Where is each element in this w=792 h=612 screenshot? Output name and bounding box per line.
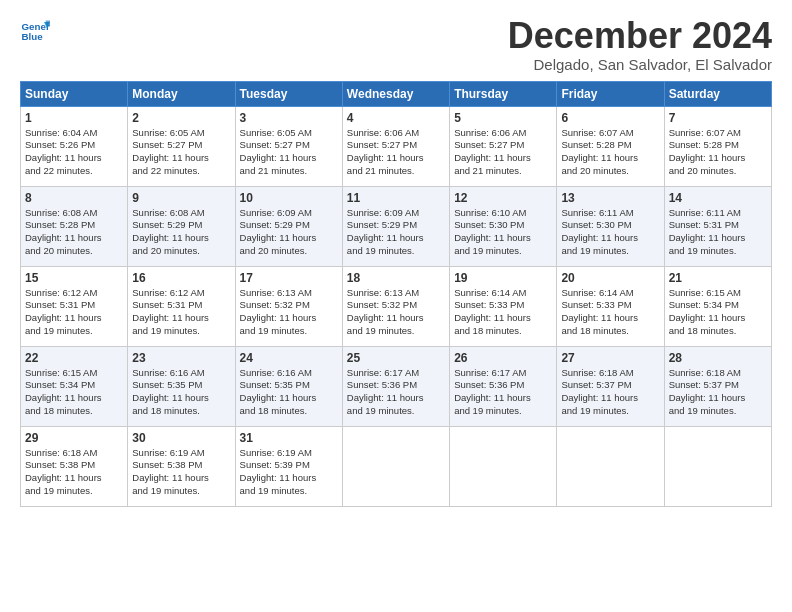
calendar-cell (342, 426, 449, 506)
day-info: Sunrise: 6:19 AM Sunset: 5:38 PM Dayligh… (132, 447, 230, 498)
day-info: Sunrise: 6:13 AM Sunset: 5:32 PM Dayligh… (240, 287, 338, 338)
calendar-cell: 14Sunrise: 6:11 AM Sunset: 5:31 PM Dayli… (664, 186, 771, 266)
col-friday: Friday (557, 81, 664, 106)
day-info: Sunrise: 6:05 AM Sunset: 5:27 PM Dayligh… (132, 127, 230, 178)
calendar-cell: 13Sunrise: 6:11 AM Sunset: 5:30 PM Dayli… (557, 186, 664, 266)
day-info: Sunrise: 6:12 AM Sunset: 5:31 PM Dayligh… (132, 287, 230, 338)
day-number: 22 (25, 351, 123, 365)
day-number: 8 (25, 191, 123, 205)
month-title: December 2024 (508, 16, 772, 56)
calendar-cell: 24Sunrise: 6:16 AM Sunset: 5:35 PM Dayli… (235, 346, 342, 426)
day-number: 4 (347, 111, 445, 125)
calendar-week-row: 22Sunrise: 6:15 AM Sunset: 5:34 PM Dayli… (21, 346, 772, 426)
day-info: Sunrise: 6:10 AM Sunset: 5:30 PM Dayligh… (454, 207, 552, 258)
calendar-cell: 3Sunrise: 6:05 AM Sunset: 5:27 PM Daylig… (235, 106, 342, 186)
day-info: Sunrise: 6:04 AM Sunset: 5:26 PM Dayligh… (25, 127, 123, 178)
day-number: 17 (240, 271, 338, 285)
header-row: Sunday Monday Tuesday Wednesday Thursday… (21, 81, 772, 106)
day-number: 15 (25, 271, 123, 285)
calendar-cell: 29Sunrise: 6:18 AM Sunset: 5:38 PM Dayli… (21, 426, 128, 506)
day-info: Sunrise: 6:16 AM Sunset: 5:35 PM Dayligh… (240, 367, 338, 418)
calendar-cell: 9Sunrise: 6:08 AM Sunset: 5:29 PM Daylig… (128, 186, 235, 266)
calendar-cell: 5Sunrise: 6:06 AM Sunset: 5:27 PM Daylig… (450, 106, 557, 186)
day-number: 21 (669, 271, 767, 285)
calendar-week-row: 29Sunrise: 6:18 AM Sunset: 5:38 PM Dayli… (21, 426, 772, 506)
calendar-cell: 16Sunrise: 6:12 AM Sunset: 5:31 PM Dayli… (128, 266, 235, 346)
day-info: Sunrise: 6:19 AM Sunset: 5:39 PM Dayligh… (240, 447, 338, 498)
day-number: 12 (454, 191, 552, 205)
day-info: Sunrise: 6:06 AM Sunset: 5:27 PM Dayligh… (454, 127, 552, 178)
calendar-cell: 2Sunrise: 6:05 AM Sunset: 5:27 PM Daylig… (128, 106, 235, 186)
logo-icon: General Blue (20, 16, 50, 46)
title-block: December 2024 Delgado, San Salvador, El … (508, 16, 772, 73)
day-number: 1 (25, 111, 123, 125)
day-info: Sunrise: 6:09 AM Sunset: 5:29 PM Dayligh… (240, 207, 338, 258)
calendar-cell: 10Sunrise: 6:09 AM Sunset: 5:29 PM Dayli… (235, 186, 342, 266)
day-info: Sunrise: 6:11 AM Sunset: 5:31 PM Dayligh… (669, 207, 767, 258)
day-number: 11 (347, 191, 445, 205)
day-number: 26 (454, 351, 552, 365)
page-container: General Blue December 2024 Delgado, San … (0, 0, 792, 517)
col-sunday: Sunday (21, 81, 128, 106)
day-number: 18 (347, 271, 445, 285)
day-info: Sunrise: 6:07 AM Sunset: 5:28 PM Dayligh… (561, 127, 659, 178)
calendar-cell (664, 426, 771, 506)
calendar-cell: 17Sunrise: 6:13 AM Sunset: 5:32 PM Dayli… (235, 266, 342, 346)
calendar-cell: 26Sunrise: 6:17 AM Sunset: 5:36 PM Dayli… (450, 346, 557, 426)
day-info: Sunrise: 6:11 AM Sunset: 5:30 PM Dayligh… (561, 207, 659, 258)
calendar-cell: 23Sunrise: 6:16 AM Sunset: 5:35 PM Dayli… (128, 346, 235, 426)
calendar-cell (557, 426, 664, 506)
calendar-cell: 27Sunrise: 6:18 AM Sunset: 5:37 PM Dayli… (557, 346, 664, 426)
calendar-cell: 7Sunrise: 6:07 AM Sunset: 5:28 PM Daylig… (664, 106, 771, 186)
calendar-cell: 31Sunrise: 6:19 AM Sunset: 5:39 PM Dayli… (235, 426, 342, 506)
day-number: 23 (132, 351, 230, 365)
day-number: 25 (347, 351, 445, 365)
calendar-cell: 21Sunrise: 6:15 AM Sunset: 5:34 PM Dayli… (664, 266, 771, 346)
svg-text:Blue: Blue (22, 31, 44, 42)
day-info: Sunrise: 6:06 AM Sunset: 5:27 PM Dayligh… (347, 127, 445, 178)
calendar-cell: 6Sunrise: 6:07 AM Sunset: 5:28 PM Daylig… (557, 106, 664, 186)
calendar-table: Sunday Monday Tuesday Wednesday Thursday… (20, 81, 772, 507)
location: Delgado, San Salvador, El Salvador (508, 56, 772, 73)
col-thursday: Thursday (450, 81, 557, 106)
day-info: Sunrise: 6:15 AM Sunset: 5:34 PM Dayligh… (25, 367, 123, 418)
day-info: Sunrise: 6:15 AM Sunset: 5:34 PM Dayligh… (669, 287, 767, 338)
calendar-cell: 8Sunrise: 6:08 AM Sunset: 5:28 PM Daylig… (21, 186, 128, 266)
col-wednesday: Wednesday (342, 81, 449, 106)
calendar-cell: 18Sunrise: 6:13 AM Sunset: 5:32 PM Dayli… (342, 266, 449, 346)
day-number: 16 (132, 271, 230, 285)
day-number: 29 (25, 431, 123, 445)
day-info: Sunrise: 6:07 AM Sunset: 5:28 PM Dayligh… (669, 127, 767, 178)
day-number: 19 (454, 271, 552, 285)
col-monday: Monday (128, 81, 235, 106)
day-info: Sunrise: 6:18 AM Sunset: 5:37 PM Dayligh… (561, 367, 659, 418)
day-info: Sunrise: 6:13 AM Sunset: 5:32 PM Dayligh… (347, 287, 445, 338)
day-info: Sunrise: 6:08 AM Sunset: 5:29 PM Dayligh… (132, 207, 230, 258)
day-info: Sunrise: 6:17 AM Sunset: 5:36 PM Dayligh… (347, 367, 445, 418)
calendar-cell: 1Sunrise: 6:04 AM Sunset: 5:26 PM Daylig… (21, 106, 128, 186)
day-number: 14 (669, 191, 767, 205)
calendar-cell: 11Sunrise: 6:09 AM Sunset: 5:29 PM Dayli… (342, 186, 449, 266)
calendar-cell: 30Sunrise: 6:19 AM Sunset: 5:38 PM Dayli… (128, 426, 235, 506)
calendar-cell: 22Sunrise: 6:15 AM Sunset: 5:34 PM Dayli… (21, 346, 128, 426)
day-info: Sunrise: 6:05 AM Sunset: 5:27 PM Dayligh… (240, 127, 338, 178)
day-number: 24 (240, 351, 338, 365)
day-info: Sunrise: 6:18 AM Sunset: 5:38 PM Dayligh… (25, 447, 123, 498)
calendar-week-row: 8Sunrise: 6:08 AM Sunset: 5:28 PM Daylig… (21, 186, 772, 266)
calendar-week-row: 15Sunrise: 6:12 AM Sunset: 5:31 PM Dayli… (21, 266, 772, 346)
day-number: 7 (669, 111, 767, 125)
calendar-week-row: 1Sunrise: 6:04 AM Sunset: 5:26 PM Daylig… (21, 106, 772, 186)
day-number: 20 (561, 271, 659, 285)
calendar-cell: 4Sunrise: 6:06 AM Sunset: 5:27 PM Daylig… (342, 106, 449, 186)
calendar-cell: 20Sunrise: 6:14 AM Sunset: 5:33 PM Dayli… (557, 266, 664, 346)
calendar-cell: 12Sunrise: 6:10 AM Sunset: 5:30 PM Dayli… (450, 186, 557, 266)
day-number: 3 (240, 111, 338, 125)
day-info: Sunrise: 6:16 AM Sunset: 5:35 PM Dayligh… (132, 367, 230, 418)
day-number: 27 (561, 351, 659, 365)
day-info: Sunrise: 6:14 AM Sunset: 5:33 PM Dayligh… (454, 287, 552, 338)
calendar-cell: 28Sunrise: 6:18 AM Sunset: 5:37 PM Dayli… (664, 346, 771, 426)
day-info: Sunrise: 6:14 AM Sunset: 5:33 PM Dayligh… (561, 287, 659, 338)
day-number: 2 (132, 111, 230, 125)
day-info: Sunrise: 6:17 AM Sunset: 5:36 PM Dayligh… (454, 367, 552, 418)
day-number: 9 (132, 191, 230, 205)
